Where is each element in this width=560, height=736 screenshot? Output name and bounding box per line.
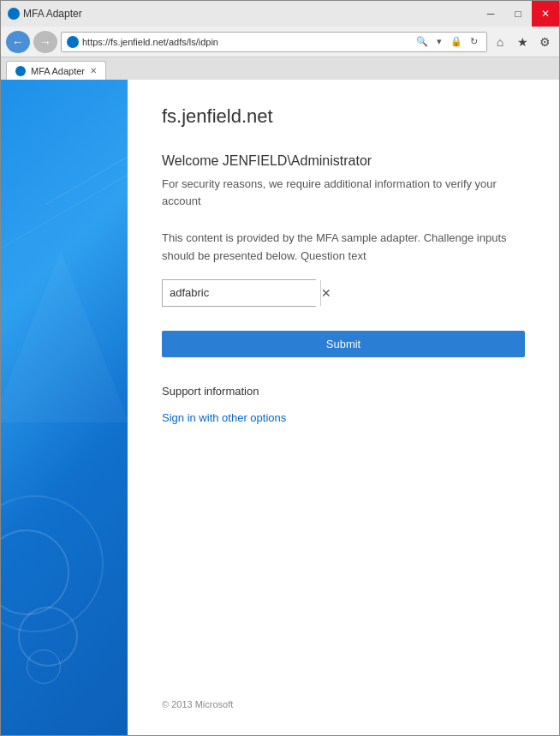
challenge-input[interactable] bbox=[163, 280, 320, 306]
maximize-button[interactable]: □ bbox=[504, 1, 532, 27]
main-content: fs.jenfield.net Welcome JENFIELD\Adminis… bbox=[128, 80, 559, 735]
deco-triangle bbox=[1, 251, 128, 422]
home-icon[interactable]: ⌂ bbox=[491, 33, 509, 51]
sidebar bbox=[1, 80, 128, 735]
forward-button[interactable]: → bbox=[33, 31, 57, 53]
settings-icon[interactable]: ⚙ bbox=[535, 33, 554, 51]
favorites-icon[interactable]: ★ bbox=[513, 33, 532, 51]
window-title: MFA Adapter bbox=[23, 8, 82, 20]
security-message: For security reasons, we require additio… bbox=[162, 176, 525, 209]
footer-copyright: © 2013 Microsoft bbox=[162, 682, 525, 709]
site-title: fs.jenfield.net bbox=[162, 105, 525, 128]
deco-line-2 bbox=[1, 165, 128, 252]
address-lock-icon[interactable]: 🔒 bbox=[449, 34, 464, 50]
active-tab[interactable]: MFA Adapter ✕ bbox=[6, 61, 106, 80]
title-bar-left: MFA Adapter bbox=[8, 8, 82, 20]
support-information-label: Support information bbox=[162, 385, 525, 398]
tab-bar: MFA Adapter ✕ bbox=[1, 57, 559, 80]
deco-circle-4 bbox=[27, 649, 61, 684]
address-dropdown-icon[interactable]: ▾ bbox=[432, 34, 447, 50]
sign-in-with-other-options-link[interactable]: Sign in with other options bbox=[162, 411, 525, 424]
address-bar-icons: 🔍 ▾ 🔒 ↻ bbox=[414, 34, 481, 50]
site-favicon bbox=[67, 36, 79, 48]
tab-favicon bbox=[15, 66, 26, 76]
address-refresh-icon[interactable]: ↻ bbox=[466, 34, 481, 50]
deco-line-1 bbox=[45, 127, 128, 205]
mfa-description: This content is provided by the MFA samp… bbox=[162, 230, 525, 266]
browser-window: MFA Adapter ─ □ ✕ ← → https://fs.jenfiel… bbox=[0, 0, 560, 736]
address-url: https://fs.jenfield.net/adfs/ls/idpin bbox=[82, 37, 411, 47]
tab-close-icon[interactable]: ✕ bbox=[90, 66, 97, 75]
submit-button[interactable]: Submit bbox=[162, 331, 525, 357]
clear-input-button[interactable]: ✕ bbox=[320, 280, 331, 306]
ie-logo-icon bbox=[8, 8, 20, 20]
close-button[interactable]: ✕ bbox=[532, 1, 559, 27]
title-bar-controls: ─ □ ✕ bbox=[477, 1, 559, 27]
minimize-button[interactable]: ─ bbox=[477, 1, 504, 27]
tab-label: MFA Adapter bbox=[31, 66, 85, 76]
challenge-input-wrap: ✕ bbox=[162, 279, 316, 307]
address-bar: ← → https://fs.jenfield.net/adfs/ls/idpi… bbox=[1, 27, 559, 57]
address-search-icon[interactable]: 🔍 bbox=[414, 34, 430, 50]
sidebar-decoration bbox=[1, 80, 128, 735]
back-button[interactable]: ← bbox=[6, 31, 30, 53]
title-bar: MFA Adapter ─ □ ✕ bbox=[1, 1, 559, 27]
browser-content: fs.jenfield.net Welcome JENFIELD\Adminis… bbox=[1, 80, 559, 735]
address-input-wrap: https://fs.jenfield.net/adfs/ls/idpin 🔍 … bbox=[61, 32, 487, 52]
welcome-heading: Welcome JENFIELD\Administrator bbox=[162, 153, 525, 169]
